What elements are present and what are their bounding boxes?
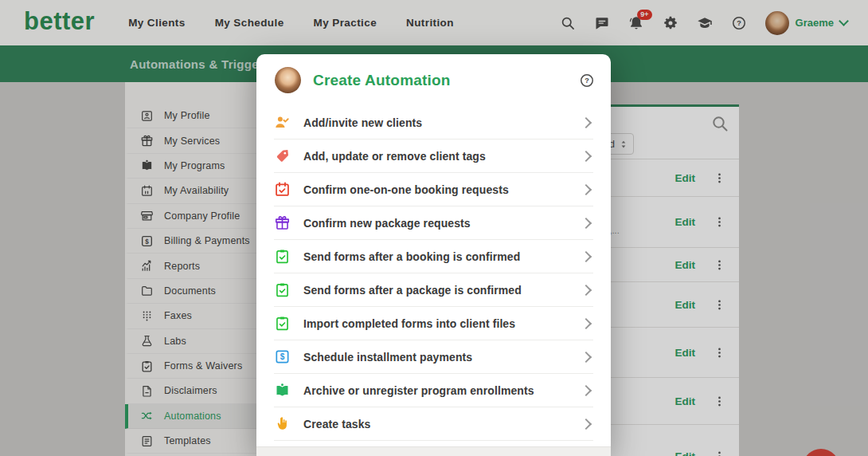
automation-option-partial	[256, 441, 611, 446]
automation-option-label: Create tasks	[303, 418, 370, 430]
hand-icon	[274, 415, 291, 432]
automation-option-import-completed-forms-into-client-files[interactable]: Import completed forms into client files	[274, 307, 593, 340]
automation-option-send-forms-after-a-package-is-confirmed[interactable]: Send forms after a package is confirmed	[274, 273, 593, 307]
modal-footer-strip	[256, 446, 611, 456]
chevron-right-icon	[581, 150, 592, 161]
automation-option-label: Add/invite new clients	[303, 116, 422, 129]
create-automation-modal: Create Automation ? Add/invite new clien…	[256, 54, 611, 456]
modal-header: Create Automation ?	[256, 54, 611, 106]
automation-option-label: Add, update or remove client tags	[303, 150, 486, 163]
chevron-right-icon	[581, 351, 592, 362]
help-icon[interactable]: ?	[579, 73, 595, 88]
modal-avatar	[275, 67, 301, 93]
chevron-right-icon	[581, 317, 592, 328]
automation-option-add-update-or-remove-client-tags[interactable]: Add, update or remove client tags	[274, 140, 593, 173]
automation-option-label: Confirm one-on-one booking requests	[303, 183, 509, 196]
clipboard-check-icon	[274, 248, 291, 265]
automation-option-send-forms-after-a-booking-is-confirmed[interactable]: Send forms after a booking is confirmed	[274, 240, 593, 273]
automation-option-add-invite-new-clients[interactable]: Add/invite new clients	[274, 106, 593, 140]
automation-option-label: Import completed forms into client files	[303, 317, 515, 330]
tag-icon	[274, 147, 291, 164]
automation-option-label: Schedule installment payments	[303, 351, 472, 364]
automation-option-confirm-one-on-one-booking-requests[interactable]: Confirm one-on-one booking requests	[274, 173, 593, 206]
automation-option-label: Confirm new package requests	[303, 217, 471, 230]
automation-option-schedule-installment-payments[interactable]: $Schedule installment payments	[274, 340, 593, 374]
automation-option-label: Send forms after a booking is confirmed	[303, 250, 520, 263]
automation-option-label: Send forms after a package is confirmed	[303, 284, 522, 297]
app-screen: better My ClientsMy ScheduleMy PracticeN…	[0, 0, 868, 456]
chevron-right-icon	[581, 384, 592, 395]
automation-option-create-tasks[interactable]: Create tasks	[274, 407, 593, 441]
clipboard-check-icon	[274, 281, 291, 298]
gift-icon	[274, 214, 291, 231]
user-check-icon	[274, 114, 291, 131]
chevron-right-icon	[581, 183, 592, 195]
chevron-right-icon	[581, 217, 592, 228]
automation-option-label: Archive or unregister program enrollment…	[303, 384, 534, 397]
calendar-check-icon	[274, 181, 291, 198]
svg-text:?: ?	[585, 77, 589, 85]
automation-option-archive-or-unregister-program-enrollments[interactable]: Archive or unregister program enrollment…	[274, 374, 593, 407]
chevron-right-icon	[581, 250, 592, 261]
chevron-right-icon	[581, 418, 592, 429]
chevron-right-icon	[581, 116, 592, 128]
modal-title: Create Automation	[313, 72, 451, 89]
book-icon	[274, 382, 291, 399]
automation-options-list: Add/invite new clientsAdd, update or rem…	[256, 106, 611, 441]
automation-option-confirm-new-package-requests[interactable]: Confirm new package requests	[274, 206, 593, 240]
dollar-square-icon: $	[274, 348, 291, 365]
chevron-right-icon	[581, 284, 592, 295]
clipboard-check-icon	[274, 315, 291, 332]
svg-text:$: $	[280, 352, 285, 361]
